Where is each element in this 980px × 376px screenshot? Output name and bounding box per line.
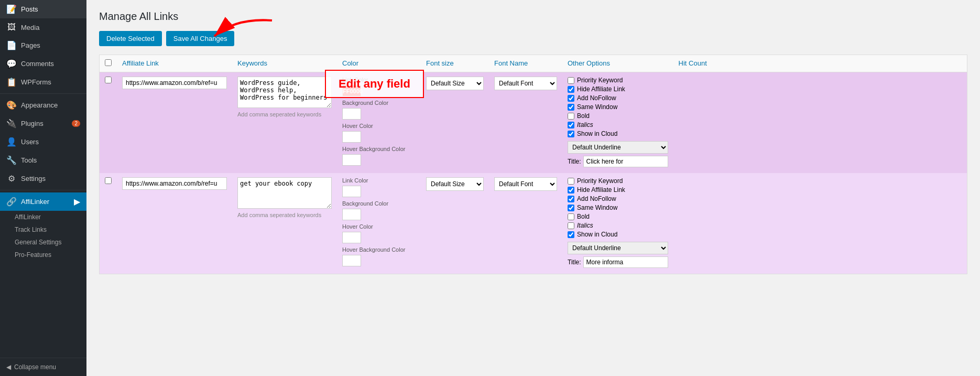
table-row: get your ebook copy Add comma seperated … — [100, 173, 967, 274]
row2-options-cell: Priority Keyword Hide Affiliate Link Add… — [562, 173, 673, 274]
select-all-checkbox[interactable] — [105, 59, 112, 66]
sidebar-item-pages[interactable]: 📄 Pages — [0, 36, 86, 55]
row2-show-cloud-checkbox[interactable] — [568, 231, 574, 238]
row1-font-size-select[interactable]: Default Size — [426, 77, 484, 90]
row1-italics-item: Italics — [568, 121, 668, 128]
tools-icon: 🔧 — [6, 155, 17, 165]
row2-hide-affiliate-checkbox[interactable] — [568, 187, 574, 194]
row1-title-row: Title: — [568, 156, 668, 167]
row1-italics-checkbox[interactable] — [568, 122, 574, 128]
row1-same-window-label: Same Window — [577, 103, 617, 111]
row2-fontsize-cell: Default Size — [421, 173, 489, 274]
sidebar-item-tools[interactable]: 🔧 Tools — [0, 151, 86, 169]
sidebar-sub-affilinker[interactable]: AffiLinker — [0, 211, 86, 223]
sidebar-sub-pro-features[interactable]: Pro-Features — [0, 249, 86, 261]
settings-icon: ⚙ — [6, 174, 17, 184]
row1-link-input[interactable] — [122, 77, 227, 89]
row2-color-cell: Link Color Background Color Hover Color … — [337, 173, 421, 274]
sidebar-sub-general-settings[interactable]: General Settings — [0, 236, 86, 249]
row2-keywords-cell: get your ebook copy Add comma seperated … — [232, 173, 337, 274]
collapse-menu-button[interactable]: ◀ Collapse menu — [0, 358, 86, 376]
row2-priority-keyword-checkbox[interactable] — [568, 178, 574, 185]
row2-bg-color-swatch[interactable] — [342, 209, 361, 220]
row1-bold-checkbox[interactable] — [568, 113, 574, 120]
row2-link-cell — [117, 173, 232, 274]
delete-selected-button[interactable]: Delete Selected — [99, 31, 162, 46]
sidebar-item-comments[interactable]: 💬 Comments — [0, 55, 86, 73]
row1-same-window-item: Same Window — [568, 103, 668, 111]
row1-font-name-select[interactable]: Default Font — [494, 77, 557, 90]
table-row: WordPress guide, WordPress help, WordPre… — [100, 72, 967, 174]
sidebar-item-users[interactable]: 👤 Users — [0, 133, 86, 151]
row1-add-nofollow-item: Add NoFollow — [568, 94, 668, 102]
row1-bold-item: Bold — [568, 112, 668, 120]
sidebar-item-plugins[interactable]: 🔌 Plugins 2 — [0, 114, 86, 133]
sidebar-item-settings[interactable]: ⚙ Settings — [0, 169, 86, 188]
row2-title-label: Title: — [568, 259, 581, 266]
row1-keywords-cell: WordPress guide, WordPress help, WordPre… — [232, 72, 337, 174]
row1-hover-color-swatch[interactable] — [342, 131, 361, 143]
row2-keywords-hint: Add comma seperated keywords — [237, 212, 332, 218]
row1-title-input[interactable] — [583, 156, 668, 167]
row2-bold-item: Bold — [568, 213, 668, 220]
row1-show-cloud-label: Show in Cloud — [577, 130, 617, 137]
header-hit-count: Hit Count — [673, 55, 967, 72]
row1-show-cloud-checkbox[interactable] — [568, 131, 574, 137]
row2-font-size-select[interactable]: Default Size — [426, 177, 484, 191]
row1-italics-label: Italics — [577, 121, 593, 128]
row2-italics-checkbox[interactable] — [568, 222, 574, 229]
row1-same-window-checkbox[interactable] — [568, 104, 574, 111]
sidebar-item-affilinker[interactable]: 🔗 AffiLinker ▶ — [0, 192, 86, 211]
row1-options-list: Priority Keyword Hide Affiliate Link Add… — [568, 77, 668, 137]
row1-check-cell — [100, 72, 117, 174]
row2-underline-select[interactable]: Default Underline — [568, 242, 668, 254]
row2-italics-label: Italics — [577, 222, 593, 229]
row2-link-color-swatch[interactable] — [342, 186, 361, 197]
row1-checkbox[interactable] — [105, 77, 112, 83]
save-all-changes-button[interactable]: Save All Changes — [166, 31, 235, 46]
users-icon: 👤 — [6, 137, 17, 147]
row1-link-color-value: FF0000 — [343, 85, 361, 97]
row1-underline-select[interactable]: Default Underline — [568, 141, 668, 154]
row2-hover-color-swatch[interactable] — [342, 232, 361, 243]
sidebar-sub-track-links[interactable]: Track Links — [0, 223, 86, 236]
wpforms-icon: 📋 — [6, 77, 17, 87]
row2-add-nofollow-checkbox[interactable] — [568, 196, 574, 202]
row2-hover-bg-swatch[interactable] — [342, 255, 361, 266]
sidebar-item-appearance[interactable]: 🎨 Appearance — [0, 96, 86, 114]
row2-options-list: Priority Keyword Hide Affiliate Link Add… — [568, 177, 668, 238]
row1-bg-color-swatch[interactable] — [342, 108, 361, 120]
header-keywords: Keywords — [232, 55, 337, 72]
row2-same-window-checkbox[interactable] — [568, 205, 574, 211]
row1-priority-keyword-checkbox[interactable] — [568, 77, 574, 84]
row1-link-color-swatch[interactable]: FF0000 — [342, 85, 361, 96]
row1-add-nofollow-checkbox[interactable] — [568, 95, 574, 102]
row1-hover-bg-swatch[interactable] — [342, 154, 361, 166]
row2-bold-label: Bold — [577, 213, 590, 220]
row2-show-cloud-item: Show in Cloud — [568, 231, 668, 238]
row2-link-input[interactable] — [122, 177, 227, 190]
row2-hide-affiliate-item: Hide Affiliate Link — [568, 186, 668, 194]
row2-add-nofollow-item: Add NoFollow — [568, 195, 668, 202]
row2-fontname-cell: Default Font — [489, 173, 562, 274]
page-title: Manage All Links — [99, 10, 967, 23]
sidebar-item-wpforms[interactable]: 📋 WPForms — [0, 73, 86, 91]
row2-bold-checkbox[interactable] — [568, 213, 574, 220]
row1-link-cell — [117, 72, 232, 174]
sidebar-item-media[interactable]: 🖼 Media — [0, 18, 86, 36]
row1-hide-affiliate-checkbox[interactable] — [568, 86, 574, 93]
header-font-name: Font Name — [489, 55, 562, 72]
row2-same-window-item: Same Window — [568, 204, 668, 211]
plugins-icon: 🔌 — [6, 119, 17, 128]
sidebar-item-posts[interactable]: 📝 Posts — [0, 0, 86, 18]
row2-checkbox[interactable] — [105, 177, 112, 184]
row2-hover-color-label: Hover Color — [342, 223, 416, 230]
row1-keywords-hint: Add comma seperated keywords — [237, 111, 332, 117]
row2-title-input[interactable] — [583, 256, 668, 268]
row2-font-name-select[interactable]: Default Font — [494, 177, 557, 191]
row2-priority-keyword-item: Priority Keyword — [568, 177, 668, 185]
row1-bg-color-label: Background Color — [342, 100, 416, 106]
row2-keywords-textarea[interactable]: get your ebook copy — [237, 177, 332, 209]
row1-keywords-textarea[interactable]: WordPress guide, WordPress help, WordPre… — [237, 77, 332, 108]
row1-hover-bg-label: Hover Background Color — [342, 146, 416, 152]
